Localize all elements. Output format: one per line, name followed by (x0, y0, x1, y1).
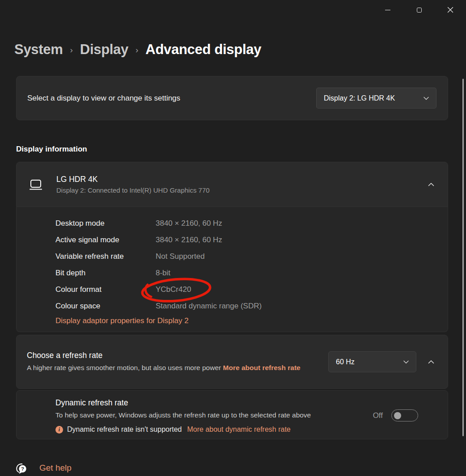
dynamic-refresh-warning-row: i Dynamic refresh rate isn't supported M… (55, 425, 436, 434)
breadcrumb-display[interactable]: Display (80, 42, 128, 58)
chevron-down-icon (424, 97, 429, 100)
refresh-rate-description-text: A higher rate gives smoother motion, but… (27, 364, 221, 371)
section-heading-display-information: Display information (16, 145, 448, 156)
spec-value: Standard dynamic range (SDR) (156, 302, 262, 311)
display-info-header-text: LG HDR 4K Display 2: Connected to Intel(… (56, 175, 428, 194)
minimize-icon (385, 10, 390, 10)
spec-value: Not Supported (156, 252, 205, 261)
minimize-button[interactable] (377, 3, 398, 17)
titlebar (0, 0, 466, 21)
select-display-card: Select a display to view or change its s… (16, 76, 448, 120)
spec-label: Variable refresh rate (55, 252, 156, 261)
monitor-title: LG HDR 4K (56, 175, 428, 184)
spec-row-colour-format: Colour format YCbCr420 (55, 281, 434, 298)
select-display-label: Select a display to view or change its s… (27, 94, 180, 103)
refresh-rate-text: Choose a refresh rate A higher rate give… (27, 351, 317, 373)
spec-label: Active signal mode (55, 236, 156, 244)
spec-label: Desktop mode (55, 219, 156, 228)
dynamic-refresh-warning: Dynamic refresh rate isn't supported (67, 425, 182, 434)
spec-row-desktop-mode: Desktop mode 3840 × 2160, 60 Hz (55, 215, 434, 232)
maximize-button[interactable] (409, 3, 429, 17)
spec-label: Colour space (55, 302, 156, 311)
refresh-rate-dropdown[interactable]: 60 Hz (328, 351, 416, 372)
breadcrumb-separator: › (70, 45, 73, 55)
refresh-expander-collapse-button[interactable] (426, 358, 436, 366)
spec-value: 3840 × 2160, 60 Hz (156, 236, 222, 244)
toggle-state-label: Off (373, 411, 383, 420)
spec-value-colour-format: YCbCr420 (156, 285, 191, 294)
chevron-up-icon[interactable] (428, 182, 434, 186)
display-select-value: Display 2: LG HDR 4K (324, 94, 395, 102)
breadcrumb-system[interactable]: System (14, 42, 63, 58)
breadcrumb-separator: › (136, 45, 138, 55)
dynamic-refresh-toggle[interactable] (391, 409, 418, 421)
display-info-expander: LG HDR 4K Display 2: Connected to Intel(… (16, 162, 448, 332)
question-mark-glyph: ? (21, 466, 24, 472)
close-icon (447, 7, 453, 13)
refresh-rate-card: Choose a refresh rate A higher rate give… (16, 335, 448, 389)
close-button[interactable] (440, 3, 461, 17)
display-adaptor-properties-link[interactable]: Display adaptor properties for Display 2 (55, 316, 189, 325)
get-help-link[interactable]: Get help (39, 463, 72, 473)
spec-label: Colour format (55, 285, 156, 294)
spec-row-colour-space: Colour space Standard dynamic range (SDR… (55, 298, 434, 314)
spec-row-bit-depth: Bit depth 8-bit (55, 265, 434, 281)
monitor-icon (29, 179, 42, 190)
page-title: Advanced display (145, 42, 261, 58)
breadcrumb: System › Display › Advanced display (14, 40, 448, 59)
spec-label: Bit depth (55, 269, 156, 278)
chevron-up-icon (428, 360, 434, 364)
chevron-down-icon (403, 360, 409, 364)
refresh-rate-title: Choose a refresh rate (27, 351, 317, 360)
info-icon: i (55, 426, 63, 434)
more-about-dynamic-refresh-link[interactable]: More about dynamic refresh rate (187, 425, 291, 434)
dynamic-refresh-toggle-group: Off (373, 409, 418, 421)
spec-value: 8-bit (156, 269, 170, 278)
refresh-rate-controls: 60 Hz (328, 351, 436, 372)
get-help-icon: ? (15, 462, 28, 474)
spec-value: 3840 × 2160, 60 Hz (156, 219, 222, 228)
scrollbar-thumb[interactable] (462, 79, 464, 436)
maximize-icon (417, 8, 422, 13)
monitor-subtitle: Display 2: Connected to Intel(R) UHD Gra… (56, 186, 428, 194)
display-info-body: Desktop mode 3840 × 2160, 60 Hz Active s… (16, 207, 448, 332)
refresh-rate-value: 60 Hz (336, 358, 355, 366)
refresh-rate-description: A higher rate gives smoother motion, but… (27, 362, 317, 373)
spec-row-variable-refresh-rate: Variable refresh rate Not Supported (55, 248, 434, 265)
page-content: System › Display › Advanced display Sele… (0, 40, 466, 474)
toggle-knob (394, 412, 401, 419)
display-select-dropdown[interactable]: Display 2: LG HDR 4K (316, 88, 436, 109)
dynamic-refresh-card: Dynamic refresh rate To help save power,… (16, 390, 448, 439)
colour-format-value: YCbCr420 (156, 285, 191, 294)
more-about-refresh-rate-link[interactable]: More about refresh rate (223, 364, 301, 371)
footer: ? Get help (15, 462, 448, 474)
spec-row-active-signal-mode: Active signal mode 3840 × 2160, 60 Hz (55, 232, 434, 248)
dynamic-refresh-title: Dynamic refresh rate (55, 398, 436, 408)
display-info-header[interactable]: LG HDR 4K Display 2: Connected to Intel(… (16, 162, 448, 207)
